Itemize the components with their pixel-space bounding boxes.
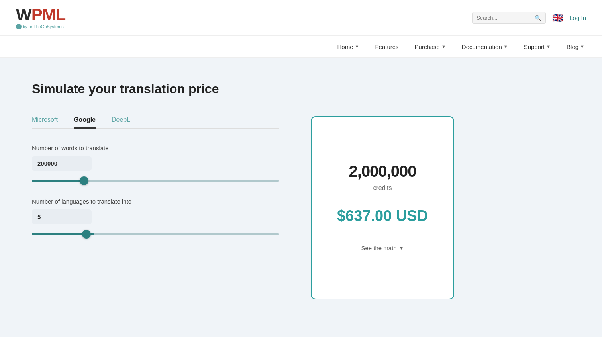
login-link[interactable]: Log In bbox=[569, 14, 586, 21]
price-value: $637.00 USD bbox=[337, 207, 428, 225]
page-title: Simulate your translation price bbox=[32, 82, 570, 96]
search-icon: 🔍 bbox=[535, 15, 541, 21]
translator-tabs: Microsoft Google DeepL bbox=[32, 116, 279, 129]
tab-deepl[interactable]: DeepL bbox=[112, 116, 130, 128]
see-math-label: See the math bbox=[361, 245, 396, 251]
logo-subtitle: by onTheGoSystems bbox=[16, 24, 64, 29]
logo-pml: PML bbox=[31, 5, 66, 24]
chevron-down-icon: ▼ bbox=[580, 44, 584, 49]
langs-input[interactable] bbox=[32, 209, 92, 224]
nav-item-purchase[interactable]: Purchase ▼ bbox=[413, 43, 447, 50]
chevron-down-icon: ▼ bbox=[399, 245, 404, 251]
logo-sub-icon bbox=[16, 24, 22, 29]
header-right: 🔍 🇬🇧 Log In bbox=[472, 12, 586, 24]
see-math-button[interactable]: See the math ▼ bbox=[361, 245, 404, 253]
langs-slider[interactable] bbox=[32, 233, 279, 235]
main-nav: Home ▼ Features Purchase ▼ Documentation… bbox=[0, 36, 602, 58]
search-input[interactable] bbox=[477, 15, 532, 21]
chevron-down-icon: ▼ bbox=[355, 44, 359, 49]
words-label: Number of words to translate bbox=[32, 145, 279, 151]
nav-item-home[interactable]: Home ▼ bbox=[335, 43, 361, 50]
nav-item-documentation[interactable]: Documentation ▼ bbox=[460, 43, 510, 50]
chevron-down-icon: ▼ bbox=[441, 44, 446, 49]
credits-number: 2,000,000 bbox=[349, 162, 416, 180]
tab-google[interactable]: Google bbox=[74, 116, 96, 128]
langs-section: Number of languages to translate into bbox=[32, 198, 279, 237]
search-box[interactable]: 🔍 bbox=[472, 12, 546, 24]
words-section: Number of words to translate bbox=[32, 145, 279, 184]
site-header: WPML by onTheGoSystems 🔍 🇬🇧 Log In bbox=[0, 0, 602, 36]
nav-item-support[interactable]: Support ▼ bbox=[522, 43, 552, 50]
langs-label: Number of languages to translate into bbox=[32, 198, 279, 205]
chevron-down-icon: ▼ bbox=[504, 44, 508, 49]
words-input[interactable] bbox=[32, 156, 92, 171]
tab-microsoft[interactable]: Microsoft bbox=[32, 116, 58, 128]
chevron-down-icon: ▼ bbox=[546, 44, 551, 49]
credits-label: credits bbox=[373, 184, 392, 192]
words-slider[interactable] bbox=[32, 180, 279, 182]
price-card: 2,000,000 credits $637.00 USD See the ma… bbox=[311, 116, 454, 299]
logo-w: W bbox=[16, 5, 31, 24]
simulator-container: Microsoft Google DeepL Number of words t… bbox=[32, 116, 570, 299]
nav-item-features[interactable]: Features bbox=[373, 43, 400, 50]
logo[interactable]: WPML by onTheGoSystems bbox=[16, 6, 65, 29]
page-content: Simulate your translation price Microsof… bbox=[0, 58, 602, 337]
left-panel: Microsoft Google DeepL Number of words t… bbox=[32, 116, 279, 251]
nav-item-blog[interactable]: Blog ▼ bbox=[565, 43, 586, 50]
language-flag-icon[interactable]: 🇬🇧 bbox=[552, 13, 563, 23]
